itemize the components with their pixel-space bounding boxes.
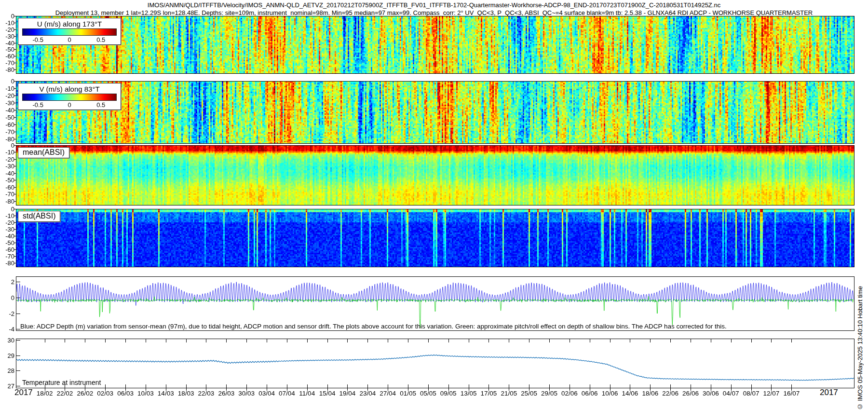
y-tick-mark (14, 180, 16, 180)
x-tick-mark-inner (488, 384, 489, 388)
x-tick-mark-inner (610, 339, 610, 342)
y-tick-label: -80 (0, 260, 14, 267)
y-tick-label: -60 (0, 121, 14, 128)
x-tick-mark (630, 388, 630, 391)
y-tick-label: -20 (0, 26, 14, 33)
x-tick-mark-inner (549, 339, 550, 342)
mean-absi-heatmap (16, 146, 854, 205)
x-tick-mark-inner (388, 384, 388, 388)
x-tick-mark (327, 388, 328, 391)
x-tick-mark-inner (146, 339, 146, 342)
x-tick-mark-inner (267, 384, 267, 388)
y-tick-label: -10 (0, 212, 14, 219)
y-tick-label: -20 (0, 92, 14, 99)
colorbar-tick-label: 0.5 (96, 36, 105, 43)
y-tick-label: 0 (0, 78, 14, 85)
y-tick-label: 0 (0, 13, 14, 20)
y-tick-mark (14, 201, 16, 202)
x-tick-mark (711, 388, 711, 391)
x-tick-mark-inner (751, 339, 752, 342)
y-tick-mark (14, 152, 16, 152)
y-tick-mark (16, 282, 20, 282)
x-tick-mark-inner (307, 384, 308, 388)
colorbar-tick-label: 0.5 (96, 101, 105, 109)
x-tick-mark-inner (367, 384, 368, 388)
y-tick-mark (14, 56, 16, 56)
y-tick-label: -50 (0, 114, 14, 121)
x-tick-mark (125, 388, 126, 391)
y-tick-mark (14, 69, 16, 70)
x-tick-mark-inner (125, 339, 126, 342)
figure-subtitle: Deployment 13, member 1 lat=12.29S lon=1… (0, 9, 868, 16)
y-tick-mark (14, 139, 16, 139)
x-tick-mark-inner (448, 339, 449, 342)
y-tick-label: -10 (0, 85, 14, 92)
y-tick-label: 2 (0, 278, 14, 286)
x-tick-mark-inner (549, 384, 550, 388)
y-tick-mark (14, 124, 16, 125)
y-tick-mark (14, 243, 16, 243)
x-tick-mark-inner (670, 339, 671, 342)
v-colorbar-legend: V (m/s) along 83°T -0.5 0 0.5 (18, 83, 121, 110)
x-tick-mark-inner (85, 339, 85, 342)
y-tick-label: -2 (0, 310, 14, 317)
y-tick-mark (14, 110, 16, 110)
mean-absi-label: mean(ABSI) (18, 147, 69, 158)
x-tick-mark (570, 388, 570, 391)
x-tick-mark-inner (327, 384, 328, 388)
depth-variation-panel: Blue: ADCP Depth (m) variation from sens… (16, 276, 854, 331)
x-tick-mark-inner (45, 339, 45, 342)
y-tick-mark (14, 222, 16, 223)
y-tick-label: -20 (0, 219, 14, 226)
x-tick-mark-inner (388, 339, 388, 342)
x-tick-mark-inner (691, 339, 691, 342)
x-tick-mark (751, 388, 752, 391)
y-tick-mark (14, 229, 16, 230)
x-tick-mark-inner (590, 384, 590, 388)
x-tick-mark-inner (428, 384, 429, 388)
x-tick-mark-inner (488, 339, 489, 342)
x-tick-mark (186, 388, 187, 391)
y-tick-label: -30 (0, 33, 14, 40)
y-tick-label: -70 (0, 128, 14, 136)
x-tick-mark-inner (570, 384, 570, 388)
x-tick-mark-inner (650, 384, 651, 388)
y-tick-label: -70 (0, 59, 14, 67)
y-tick-mark (14, 63, 16, 63)
x-tick-mark-inner (670, 384, 671, 388)
x-tick-mark-inner (125, 384, 126, 388)
x-tick-mark (287, 388, 287, 391)
y-tick-label: -70 (0, 253, 14, 260)
y-tick-mark (16, 386, 20, 386)
x-tick-mark-inner (771, 339, 772, 342)
y-tick-label: 30 (0, 337, 14, 344)
x-tick-mark-inner (570, 339, 570, 342)
figure-title: IMOS/ANMN/QLD/ITFFTB/Velocity/IMOS_ANMN-… (0, 1, 868, 9)
y-tick-mark (14, 166, 16, 166)
y-tick-mark (14, 187, 16, 188)
std-absi-panel: std(ABSI) (16, 209, 854, 267)
x-tick-mark-inner (65, 384, 65, 388)
y-tick-mark (14, 96, 16, 96)
x-tick-mark-inner (691, 384, 691, 388)
y-tick-label: -60 (0, 246, 14, 253)
x-tick-mark-inner (206, 384, 206, 388)
x-tick-mark-inner (509, 384, 509, 388)
x-tick-mark (246, 388, 247, 391)
x-tick-mark-inner (791, 339, 792, 342)
y-tick-label: -10 (0, 19, 14, 27)
v-velocity-heatmap (16, 82, 854, 143)
y-tick-label: 0 (0, 142, 14, 149)
x-tick-mark-inner (166, 339, 166, 342)
x-axis-year-left: 2017 (14, 388, 33, 397)
x-tick-mark (388, 388, 388, 391)
y-tick-label: -30 (0, 99, 14, 107)
x-tick-mark (791, 388, 792, 391)
y-tick-mark (14, 159, 16, 160)
x-tick-mark-inner (751, 384, 752, 388)
y-tick-mark (16, 355, 20, 356)
x-tick-mark-inner (347, 339, 348, 342)
x-tick-mark-inner (630, 384, 630, 388)
y-tick-mark (14, 236, 16, 236)
std-absi-label: std(ABSI) (18, 211, 60, 222)
